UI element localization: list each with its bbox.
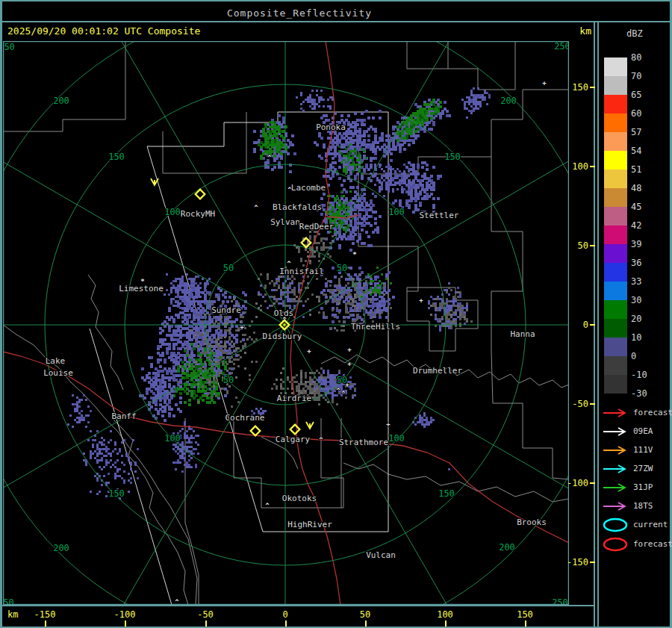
town-marker: + (307, 347, 311, 355)
colorbar-swatch (604, 170, 627, 188)
town-marker: ^ (319, 436, 323, 444)
x-tick-mark (445, 621, 447, 627)
city-label: ThreeHills (351, 322, 400, 332)
x-tick-mark (285, 621, 287, 627)
colorbar-value: 33 (631, 276, 641, 287)
legend-ellipse-icon (602, 536, 630, 553)
storm-vector-icon (306, 422, 314, 429)
town-marker: + (347, 360, 352, 367)
colorbar-value: 0 (631, 351, 636, 361)
y-tick-mark (590, 87, 595, 88)
legend-label: 09EA (633, 426, 653, 438)
city-label: Brooks (517, 517, 547, 527)
x-tick-mark (45, 621, 46, 627)
city-label: Strathmore (339, 438, 388, 447)
colorbar-value: 30 (631, 295, 641, 305)
colorbar-value: 60 (631, 108, 641, 119)
colorbar-value: 36 (631, 258, 641, 268)
y-tick-mark (590, 562, 595, 563)
window-border-top (0, 0, 672, 1)
colorbar-swatch (604, 319, 627, 338)
x-axis-unit-label: km (7, 609, 18, 620)
colorbar-swatch (604, 76, 627, 95)
town-marker: + (345, 381, 349, 388)
range-ring-label: 150 (108, 152, 125, 162)
legend-arrow-icon (602, 479, 630, 496)
city-label: Innisfail (279, 267, 324, 276)
legend-item: 18TS (602, 498, 669, 514)
city-label: Olds (274, 308, 294, 318)
colorbar-title: dBZ (626, 28, 643, 39)
range-ring-label: 100 (164, 433, 181, 444)
range-ring-label: 150 (438, 488, 455, 499)
colorbar-value: 42 (631, 220, 641, 231)
legend-arrow-icon (602, 498, 630, 514)
city-label: RockyMH (181, 209, 215, 219)
colorbar-value: 39 (631, 239, 641, 249)
legend-label: forecast (633, 538, 672, 550)
legend-arrow-icon (602, 423, 630, 440)
legend-item: forecast (602, 536, 669, 553)
x-tick-label: -100 (108, 609, 141, 620)
legend-label: 27ZW (633, 463, 653, 475)
city-label: Cochrane (225, 413, 265, 423)
x-tick-mark (205, 621, 207, 627)
range-ring-label: 200 (53, 96, 69, 106)
y-axis-unit-label: km (566, 25, 591, 37)
panel-divider-2 (597, 22, 599, 628)
range-ring-label: 250 (3, 597, 14, 605)
colorbar-swatch (604, 95, 627, 114)
colorbar-swatch (604, 300, 627, 319)
range-ring-label: 250 (554, 41, 569, 52)
range-ring-label: 100 (388, 433, 405, 444)
city-label: Hanna (510, 329, 535, 339)
range-ring-label: 200 (499, 542, 515, 553)
city-label: Louise (43, 368, 73, 378)
y-tick-label: -50 (566, 399, 588, 409)
legend-label: forecast (633, 407, 672, 419)
colorbar-value: 70 (631, 71, 641, 81)
y-tick-mark (590, 403, 595, 405)
legend-arrow-icon (602, 405, 630, 421)
city-label: Airdrie (277, 394, 311, 403)
range-ring-label: 200 (500, 96, 517, 106)
y-tick-label: -100 (566, 478, 588, 488)
legend-item: forecast (602, 405, 669, 421)
town-marker: ^ (341, 390, 346, 397)
city-label: Ponoka (316, 122, 346, 132)
storm-vector-icon (151, 178, 158, 185)
city-label: Okotoks (282, 494, 317, 503)
legend-item: 31JP (602, 479, 669, 496)
colorbar-value: 57 (631, 127, 641, 137)
city-label: Limestone (119, 284, 164, 293)
colorbar-value: -30 (631, 388, 647, 399)
colorbar-value: -10 (631, 370, 647, 380)
range-ring-label: 250 (552, 597, 568, 605)
colorbar-swatch (604, 263, 627, 282)
range-ring-label: 100 (388, 207, 405, 217)
title-bar: Composite_Reflectivity (0, 5, 599, 19)
legend-item: 27ZW (602, 461, 669, 477)
x-tick-mark (365, 621, 367, 627)
city-label: RedDeer (299, 222, 335, 231)
x-tick-label: 100 (429, 609, 461, 620)
x-tick-label: 150 (508, 609, 541, 620)
legend-ellipse-icon (602, 517, 630, 533)
town-marker: * (352, 251, 356, 258)
colorbar-value: 65 (631, 90, 641, 100)
town-marker: + (347, 346, 352, 353)
town-marker: + (386, 420, 391, 428)
radar-site-icon (290, 425, 300, 435)
legend-label: 18TS (633, 500, 653, 512)
range-ring-label: 200 (53, 543, 69, 553)
radar-site-icon (251, 426, 261, 436)
x-axis-separator (0, 605, 594, 606)
legend-label: 31JP (633, 482, 653, 494)
radar-map[interactable]: 5050505010010010010015015015015020020020… (3, 41, 569, 605)
title-separator (0, 21, 672, 22)
city-label: Lacombe (291, 183, 326, 193)
y-tick-label: 150 (566, 82, 588, 93)
colorbar-swatch (604, 282, 627, 300)
colorbar-swatch (604, 244, 627, 263)
range-ring-label: 100 (164, 207, 181, 217)
